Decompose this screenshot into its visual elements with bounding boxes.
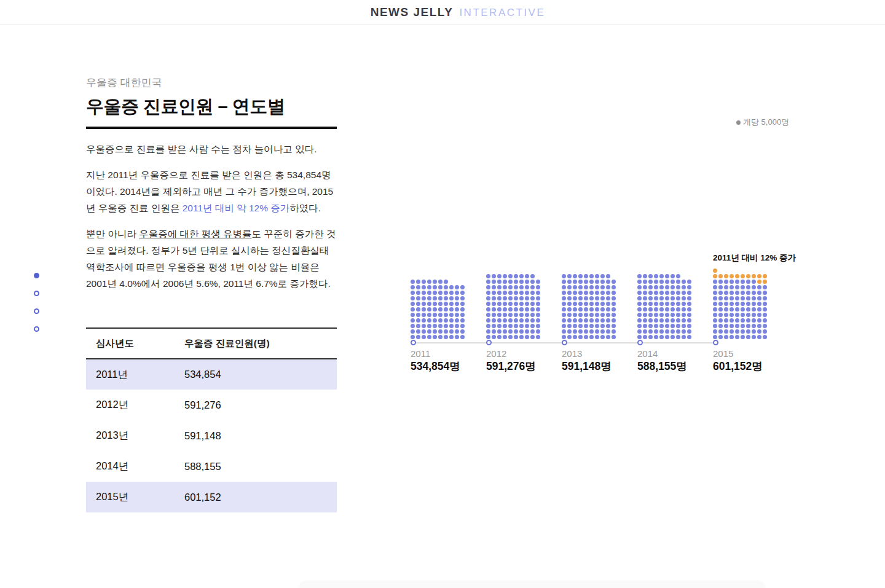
unit-dot [724, 335, 728, 339]
unit-dot [654, 335, 658, 339]
unit-dot [671, 329, 675, 334]
unit-dot [687, 329, 691, 334]
dot-row [411, 318, 465, 323]
unit-dot [460, 335, 465, 339]
unit-dot [763, 291, 767, 295]
unit-dot [455, 302, 459, 306]
unit-dot [567, 313, 572, 317]
unit-dot [427, 280, 431, 284]
unit-dot [718, 280, 723, 284]
unit-dot [508, 291, 513, 295]
unit-dot [730, 280, 734, 284]
unit-dot [536, 313, 540, 317]
dot-row [486, 302, 540, 306]
dot-row [637, 318, 691, 323]
unit-dot [676, 307, 680, 312]
nav-dot-3[interactable] [34, 308, 39, 314]
unit-dot [730, 335, 734, 339]
unit-dot [595, 285, 599, 289]
unit-dot [637, 280, 642, 284]
unit-dot [438, 329, 442, 334]
unit-dot [659, 313, 664, 317]
unit-dot [659, 329, 664, 334]
article-paragraph: 지난 2011년 우울증으로 진료를 받은 인원은 총 534,854명이었다.… [86, 167, 338, 216]
unit-dot [637, 335, 642, 339]
dot-row [562, 307, 616, 312]
unit-dot [746, 280, 750, 284]
nav-dot-2[interactable] [34, 291, 39, 296]
unit-dot [612, 324, 616, 328]
unit-dot [763, 324, 767, 328]
dot-row [486, 291, 540, 295]
unit-dot [449, 313, 454, 317]
unit-dot [730, 274, 734, 278]
dot-row [486, 274, 540, 278]
dot-row [486, 329, 540, 334]
unit-dot [497, 280, 502, 284]
unit-dot [659, 296, 664, 300]
unit-dot [735, 274, 739, 278]
unit-dot [713, 329, 717, 334]
unit-dot [578, 274, 583, 278]
unit-dot [600, 296, 605, 300]
unit-dot [752, 291, 756, 295]
dot-row [562, 280, 616, 284]
unit-dot [600, 274, 605, 278]
year-cell: 2012년 [86, 390, 184, 420]
unit-dot [757, 313, 761, 317]
dot-row [637, 335, 691, 339]
unit-dot [665, 280, 669, 284]
dot-row [562, 302, 616, 306]
article-paragraph: 우울증으로 진료를 받은 사람 수는 점차 늘어나고 있다. [86, 141, 338, 157]
unit-dot [438, 296, 442, 300]
unit-dot [422, 285, 426, 289]
unit-dot [612, 291, 616, 295]
unit-dot [449, 285, 454, 289]
section-nav-dots [34, 273, 39, 332]
unit-dot [648, 318, 653, 323]
unit-dot [676, 291, 680, 295]
unit-dot [573, 335, 577, 339]
unit-dot [530, 313, 535, 317]
unit-dot [486, 329, 490, 334]
unit-dot [519, 302, 524, 306]
unit-dot [519, 307, 524, 312]
value-cell: 591,276 [184, 390, 337, 420]
table-row: 2013년591,148 [86, 420, 337, 451]
unit-dot [637, 313, 642, 317]
unit-dot [433, 302, 437, 306]
unit-dot [763, 285, 767, 289]
unit-dot [514, 318, 518, 323]
unit-dot [486, 307, 490, 312]
unit-dot [746, 285, 750, 289]
unit-dot [746, 324, 750, 328]
brand-logo[interactable]: NEWS JELLY INTERACTIVE [371, 6, 546, 19]
unit-dot [687, 291, 691, 295]
unit-dot [427, 313, 431, 317]
unit-dot [589, 274, 594, 278]
unit-dot [757, 329, 761, 334]
dot-row [486, 324, 540, 328]
unit-dot [492, 318, 496, 323]
nav-dot-4[interactable] [34, 326, 39, 332]
dot-row [486, 335, 540, 339]
unit-dot [665, 291, 669, 295]
nav-dot-1[interactable] [34, 273, 39, 278]
unit-dot [682, 285, 686, 289]
unit-dot [514, 307, 518, 312]
unit-dot [536, 285, 540, 289]
unit-dot [567, 280, 572, 284]
unit-dot [519, 324, 524, 328]
chart-legend: 개당 5,000명 [736, 117, 789, 128]
unit-dot [497, 329, 502, 334]
unit-dot [606, 307, 610, 312]
article-paragraph: 뿐만 아니라 우울증에 대한 평생 유병률도 꾸준히 증가한 것으로 알려졌다.… [86, 225, 338, 292]
unit-dot [530, 285, 535, 289]
unit-dot [741, 280, 745, 284]
yearly-patients-table: 심사년도 우울증 진료인원(명) 2011년534,8542012년591,27… [86, 327, 337, 512]
unit-dot [741, 313, 745, 317]
unit-dot [757, 335, 761, 339]
unit-dot [578, 285, 583, 289]
unit-dot [584, 318, 588, 323]
unit-dot [514, 324, 518, 328]
